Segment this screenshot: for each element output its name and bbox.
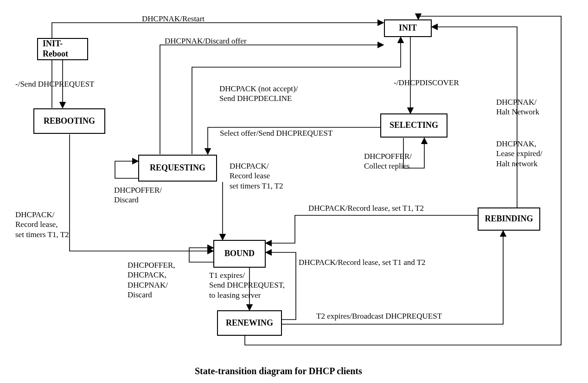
diagram-caption: State-transition diagram for DHCP client… bbox=[195, 366, 362, 377]
label-renewing-rebinding: T2 expires/Broadcast DHCPREQUEST bbox=[316, 311, 442, 321]
label-requesting-bound: DHCPACK/ Record lease set timers T1, T2 bbox=[230, 161, 283, 191]
edge-rebinding-bound bbox=[266, 215, 478, 243]
label-rebinding-init: DHCPNAK, Lease expired/ Halt network bbox=[496, 139, 543, 169]
edge-renewing-rebinding bbox=[282, 231, 503, 324]
label-initreboot-rebooting: -/Send DHCPREQUEST bbox=[15, 79, 94, 89]
edge-bound-self bbox=[189, 248, 213, 262]
state-rebooting: REBOOTING bbox=[33, 108, 105, 134]
edges-svg bbox=[0, 0, 588, 383]
label-renewing-bound: DHCPACK/Record lease, set T1 and T2 bbox=[299, 257, 426, 267]
label-rebinding-bound: DHCPACK/Record lease, set T1, T2 bbox=[308, 203, 424, 213]
label-init-selecting: -/DHCPDISCOVER bbox=[394, 78, 459, 88]
state-selecting: SELECTING bbox=[380, 113, 447, 138]
state-init: INIT bbox=[384, 19, 432, 37]
label-renewing-init: DHCPNAK/ Halt Network bbox=[496, 97, 539, 117]
edge-requesting-self bbox=[115, 161, 138, 178]
state-bound: BOUND bbox=[213, 240, 266, 268]
label-rebooting-bound: DHCPACK/ Record lease, set timers T1, T2 bbox=[15, 210, 69, 239]
state-requesting: REQUESTING bbox=[138, 155, 217, 182]
label-rebooting-init: DHCPNAK/Restart bbox=[142, 14, 205, 24]
label-bound-renewing: T1 expires/ Send DHCPREQUEST, to leasing… bbox=[209, 270, 285, 300]
label-selecting-self: DHCPOFFER/ Collect replies bbox=[364, 151, 412, 171]
label-requesting-init-nak: DHCPNAK/Discard offer bbox=[165, 36, 247, 46]
state-init-reboot: INIT- Reboot bbox=[37, 38, 88, 60]
edge-renewing-init bbox=[245, 16, 561, 345]
state-renewing: RENEWING bbox=[217, 310, 282, 336]
label-bound-self: DHCPOFFER, DHCPACK, DHCPNAK/ Discard bbox=[128, 260, 175, 300]
label-requesting-init-ack: DHCPACK (not accept)/ Send DHCPDECLINE bbox=[219, 84, 298, 104]
edge-rebooting-init bbox=[52, 23, 383, 108]
label-requesting-self: DHCPOFFER/ Discard bbox=[114, 185, 162, 205]
diagram-stage: INIT- Reboot REBOOTING REQUESTING BOUND … bbox=[0, 0, 588, 383]
state-rebinding: REBINDING bbox=[478, 207, 540, 231]
label-selecting-requesting: Select offer/Send DHCPREQUEST bbox=[220, 128, 332, 138]
